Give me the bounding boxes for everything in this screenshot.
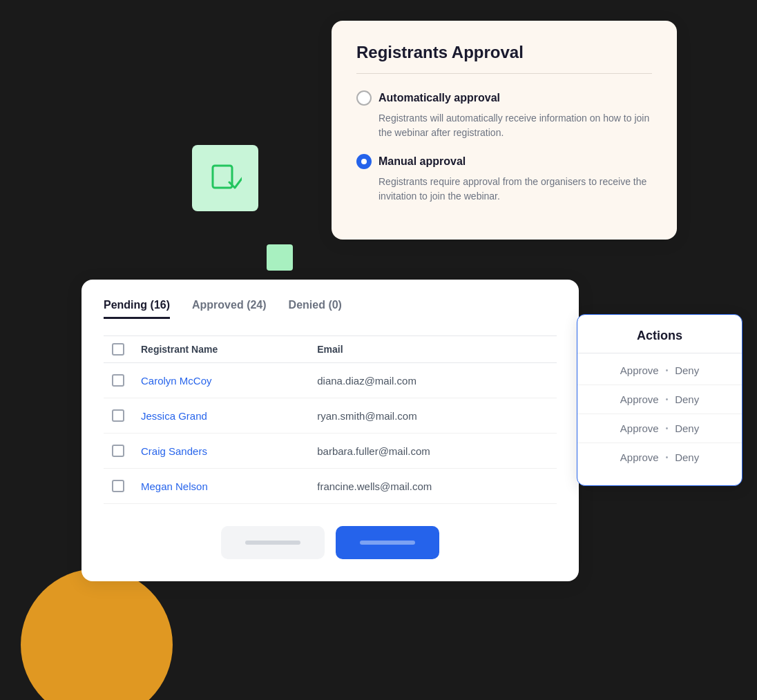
select-all-checkbox[interactable]	[112, 343, 124, 356]
auto-approval-desc: Registrants will automatically receive i…	[356, 111, 652, 140]
deny-link-2[interactable]: Deny	[675, 393, 699, 405]
auto-approval-radio[interactable]	[356, 90, 372, 106]
action-row: Approve • Deny	[577, 414, 742, 443]
approval-card-title: Registrants Approval	[356, 43, 652, 62]
registrant-name[interactable]: Jessica Grand	[133, 398, 309, 434]
approval-card-divider	[356, 73, 652, 74]
registrant-name[interactable]: Megan Nelson	[133, 469, 309, 504]
manual-approval-label: Manual approval	[378, 155, 466, 168]
save-button[interactable]	[336, 526, 439, 559]
row-checkbox[interactable]	[112, 374, 124, 387]
auto-approval-label: Automatically approval	[378, 92, 500, 104]
deco-orange-circle: // rendered as inline SVG circles	[21, 569, 173, 700]
row-checkbox[interactable]	[112, 409, 124, 422]
table-card: Pending (16) Approved (24) Denied (0) Re…	[82, 280, 579, 581]
approve-link-4[interactable]: Approve	[620, 451, 659, 463]
deny-link-1[interactable]: Deny	[675, 364, 699, 376]
registrants-table: Registrant Name Email Carolyn McCoy dian…	[104, 336, 557, 504]
tab-pending[interactable]: Pending (16)	[104, 299, 170, 319]
table-row: Carolyn McCoy diana.diaz@mail.com	[104, 363, 557, 398]
approval-card: Registrants Approval Automatically appro…	[332, 21, 677, 240]
action-row: Approve • Deny	[577, 443, 742, 471]
actions-card: Actions Approve • Deny Approve • Deny Ap…	[577, 314, 742, 486]
registrant-email: ryan.smith@mail.com	[309, 398, 557, 434]
registrant-email: francine.wells@mail.com	[309, 469, 557, 504]
deco-green-square	[192, 145, 258, 211]
deco-small-green	[267, 244, 293, 271]
tab-denied[interactable]: Denied (0)	[289, 299, 342, 319]
auto-approval-option[interactable]: Automatically approval Registrants will …	[356, 90, 652, 140]
table-row: Craig Sanders barbara.fuller@mail.com	[104, 434, 557, 469]
cancel-button[interactable]	[221, 526, 325, 559]
registrant-name[interactable]: Carolyn McCoy	[133, 363, 309, 398]
manual-approval-radio[interactable]	[356, 154, 372, 169]
header-email: Email	[309, 336, 557, 363]
tab-approved[interactable]: Approved (24)	[192, 299, 267, 319]
actions-title: Actions	[577, 329, 742, 353]
table-row: Jessica Grand ryan.smith@mail.com	[104, 398, 557, 434]
deny-link-3[interactable]: Deny	[675, 422, 699, 434]
action-dot-1: •	[666, 367, 669, 374]
cancel-button-bar	[245, 541, 300, 545]
tabs: Pending (16) Approved (24) Denied (0)	[104, 299, 557, 319]
registrant-name[interactable]: Craig Sanders	[133, 434, 309, 469]
table-row: Megan Nelson francine.wells@mail.com	[104, 469, 557, 504]
header-name: Registrant Name	[133, 336, 309, 363]
approve-link-2[interactable]: Approve	[620, 393, 659, 405]
manual-approval-desc: Registrants require approval from the or…	[356, 175, 652, 204]
action-dot-4: •	[666, 454, 669, 461]
header-checkbox-cell	[104, 336, 133, 363]
action-dot-2: •	[666, 396, 669, 403]
svg-rect-0	[213, 166, 232, 188]
deny-link-4[interactable]: Deny	[675, 451, 699, 463]
manual-approval-option[interactable]: Manual approval Registrants require appr…	[356, 154, 652, 204]
action-row: Approve • Deny	[577, 356, 742, 385]
save-button-bar	[360, 541, 415, 545]
approve-link-3[interactable]: Approve	[620, 422, 659, 434]
registrant-email: diana.diaz@mail.com	[309, 363, 557, 398]
row-checkbox[interactable]	[112, 480, 124, 492]
row-checkbox[interactable]	[112, 445, 124, 457]
registrant-email: barbara.fuller@mail.com	[309, 434, 557, 469]
action-dot-3: •	[666, 425, 669, 432]
approve-link-1[interactable]: Approve	[620, 364, 659, 376]
action-row: Approve • Deny	[577, 385, 742, 414]
